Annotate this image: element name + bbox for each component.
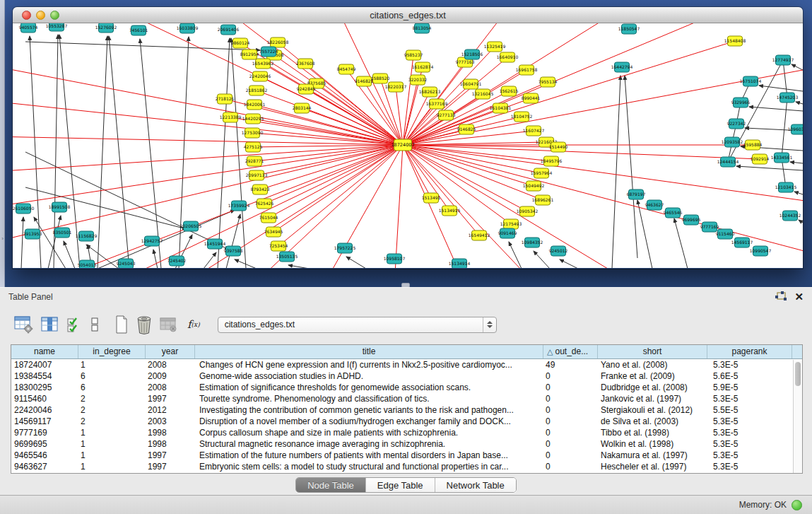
new-column-button[interactable] bbox=[114, 314, 129, 335]
table-cell[interactable]: 2008 bbox=[146, 382, 195, 393]
table-cell[interactable]: 0 bbox=[543, 382, 598, 393]
table-options-button[interactable] bbox=[14, 314, 33, 335]
table-cell[interactable]: 0 bbox=[543, 438, 598, 450]
table-row[interactable]: 2242004622012Investigating the contribut… bbox=[11, 404, 802, 416]
table-cell[interactable]: 2003 bbox=[146, 416, 195, 427]
table-cell[interactable]: 2 bbox=[78, 404, 146, 416]
row-height-button[interactable] bbox=[90, 314, 100, 335]
column-header-title[interactable]: title bbox=[195, 345, 543, 358]
close-panel-icon[interactable]: ✕ bbox=[794, 291, 804, 303]
column-header-in_degree[interactable]: in_degree bbox=[78, 345, 146, 358]
table-row[interactable]: 1830029562008Estimation of significance … bbox=[11, 382, 802, 393]
table-cell[interactable]: Structural magnetic resonance image aver… bbox=[195, 438, 543, 450]
table-cell[interactable]: 0 bbox=[543, 370, 598, 382]
table-cell[interactable]: Stergiakouli et al. (2012) bbox=[598, 404, 707, 416]
panel-collapse-handle[interactable]: › bbox=[0, 235, 5, 243]
table-row[interactable]: 969969511998Structural magnetic resonanc… bbox=[11, 438, 802, 450]
table-row[interactable]: 1938455462009Genome-wide association stu… bbox=[11, 370, 802, 382]
table-row[interactable]: 946554611997Estimation of the future num… bbox=[11, 450, 802, 461]
tab-network-table[interactable]: Network Table bbox=[435, 478, 516, 492]
show-columns-button[interactable] bbox=[41, 314, 59, 335]
table-cell[interactable]: 2009 bbox=[146, 370, 195, 382]
table-cell[interactable]: Investigating the contribution of common… bbox=[195, 404, 543, 416]
table-cell[interactable]: Embryonic stem cells: a model to study s… bbox=[195, 461, 543, 472]
table-cell[interactable]: 9115460 bbox=[11, 393, 78, 404]
column-header-name[interactable]: name bbox=[11, 345, 78, 358]
table-cell[interactable]: 9463627 bbox=[11, 461, 78, 472]
table-cell[interactable]: 2 bbox=[78, 416, 146, 427]
table-cell[interactable]: 1 bbox=[78, 450, 146, 461]
table-cell[interactable]: 0 bbox=[543, 393, 598, 404]
table-cell[interactable]: 19384554 bbox=[11, 370, 78, 382]
table-cell[interactable]: Jankovic et al. (1997) bbox=[598, 393, 707, 404]
delete-table-button[interactable] bbox=[160, 314, 177, 335]
table-cell[interactable]: 5.3E-5 bbox=[707, 416, 792, 427]
table-selector-dropdown[interactable]: citations_edges.txt bbox=[218, 317, 497, 333]
table-cell[interactable]: 0 bbox=[543, 427, 598, 438]
vertical-scrollbar[interactable] bbox=[793, 360, 802, 473]
table-cell[interactable]: Corpus callosum shape and size in male p… bbox=[195, 427, 543, 438]
tab-edge-table[interactable]: Edge Table bbox=[366, 478, 435, 492]
table-row[interactable]: 911546021997Tourette syndrome. Phenomeno… bbox=[11, 393, 802, 404]
table-cell[interactable]: 1 bbox=[78, 427, 146, 438]
column-header-pagerank[interactable]: pagerank bbox=[707, 345, 792, 358]
table-cell[interactable]: 1998 bbox=[146, 427, 195, 438]
network-graph[interactable]: 1872400718226058982750816543962224200462… bbox=[13, 23, 803, 268]
function-builder-button[interactable]: f(x) bbox=[187, 314, 200, 335]
network-canvas[interactable]: 1872400718226058982750816543962224200462… bbox=[13, 23, 803, 268]
table-cell[interactable]: 6 bbox=[78, 370, 146, 382]
window-titlebar[interactable]: citations_edges.txt bbox=[13, 7, 803, 23]
table-cell[interactable]: 1 bbox=[78, 359, 146, 370]
table-cell[interactable]: 18300295 bbox=[11, 382, 78, 393]
table-cell[interactable]: Estimation of the future numbers of pati… bbox=[195, 450, 543, 461]
table-cell[interactable]: 22420046 bbox=[11, 404, 78, 416]
table-cell[interactable]: 5.3E-5 bbox=[707, 393, 792, 404]
table-row[interactable]: 977716911998Corpus callosum shape and si… bbox=[11, 427, 802, 438]
tab-node-table[interactable]: Node Table bbox=[296, 478, 366, 492]
table-cell[interactable]: 1 bbox=[78, 461, 146, 472]
table-cell[interactable]: 1997 bbox=[146, 450, 195, 461]
table-row[interactable]: 946362711997Embryonic stem cells: a mode… bbox=[11, 461, 802, 472]
table-cell[interactable]: 5.6E-5 bbox=[707, 370, 792, 382]
table-cell[interactable]: Changes of HCN gene expression and I(f) … bbox=[195, 359, 543, 370]
table-cell[interactable]: de Silva et al. (2003) bbox=[598, 416, 707, 427]
table-cell[interactable]: 0 bbox=[543, 416, 598, 427]
table-cell[interactable]: Nakamura et al. (1997) bbox=[598, 450, 707, 461]
table-cell[interactable]: 5.5E-5 bbox=[707, 404, 792, 416]
table-cell[interactable]: 14569117 bbox=[11, 416, 78, 427]
table-cell[interactable]: 5.3E-5 bbox=[707, 359, 792, 370]
table-cell[interactable]: Disruption of a novel member of a sodium… bbox=[195, 416, 543, 427]
table-cell[interactable]: 1998 bbox=[146, 438, 195, 450]
table-cell[interactable]: Hescheler et al. (1997) bbox=[598, 461, 707, 472]
table-cell[interactable]: 49 bbox=[543, 359, 598, 370]
table-cell[interactable]: Tourette syndrome. Phenomenology and cla… bbox=[195, 393, 543, 404]
table-cell[interactable]: 5.3E-5 bbox=[707, 438, 792, 450]
memory-ok-icon[interactable] bbox=[792, 500, 802, 510]
table-row[interactable]: 1456911722003Disruption of a novel membe… bbox=[11, 416, 802, 427]
table-cell[interactable]: 9465546 bbox=[11, 450, 78, 461]
table-cell[interactable]: 6 bbox=[78, 382, 146, 393]
table-cell[interactable]: 9699695 bbox=[11, 438, 78, 450]
table-cell[interactable]: 2012 bbox=[146, 404, 195, 416]
table-cell[interactable]: 1997 bbox=[146, 461, 195, 472]
float-window-icon[interactable] bbox=[775, 291, 787, 303]
table-cell[interactable]: 5.9E-5 bbox=[707, 382, 792, 393]
table-cell[interactable]: 1 bbox=[78, 438, 146, 450]
table-cell[interactable]: Franke et al. (2009) bbox=[598, 370, 707, 382]
table-cell[interactable]: 18724007 bbox=[11, 359, 78, 370]
table-cell[interactable]: Tibbo et al. (1998) bbox=[598, 427, 707, 438]
table-cell[interactable]: 0 bbox=[543, 461, 598, 472]
delete-column-button[interactable] bbox=[136, 314, 152, 335]
table-cell[interactable]: 0 bbox=[543, 404, 598, 416]
table-cell[interactable]: Estimation of significance thresholds fo… bbox=[195, 382, 543, 393]
table-cell[interactable]: Genome-wide association studies in ADHD. bbox=[195, 370, 543, 382]
column-header-short[interactable]: short bbox=[598, 345, 707, 358]
table-cell[interactable]: 2 bbox=[78, 393, 146, 404]
table-cell[interactable]: 5.3E-5 bbox=[707, 427, 792, 438]
table-row[interactable]: 1872400712008Changes of HCN gene express… bbox=[11, 359, 802, 370]
table-cell[interactable]: 5.3E-5 bbox=[707, 461, 792, 472]
table-cell[interactable]: 2008 bbox=[146, 359, 195, 370]
column-header-year[interactable]: year bbox=[146, 345, 195, 358]
checklist-button[interactable] bbox=[66, 314, 82, 335]
column-header-out_de[interactable]: △out_de... bbox=[543, 345, 598, 358]
